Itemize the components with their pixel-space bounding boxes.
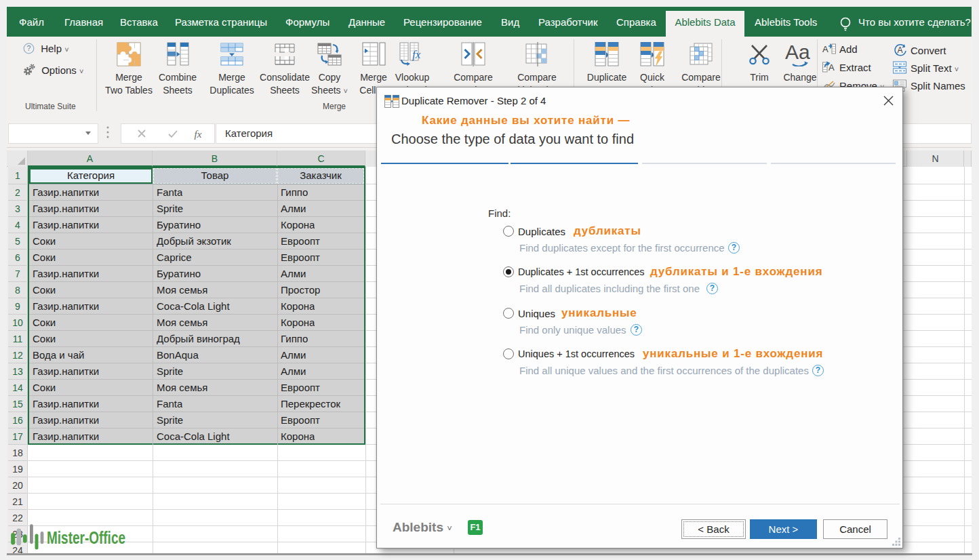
svg-text:A: A xyxy=(897,45,902,55)
svg-text:?: ? xyxy=(27,44,31,52)
svg-text:A: A xyxy=(822,44,828,54)
svg-text:A: A xyxy=(828,62,835,73)
svg-text:Aa: Aa xyxy=(785,42,810,63)
svg-text:fx: fx xyxy=(412,48,421,61)
svg-text:fx: fx xyxy=(195,129,202,140)
